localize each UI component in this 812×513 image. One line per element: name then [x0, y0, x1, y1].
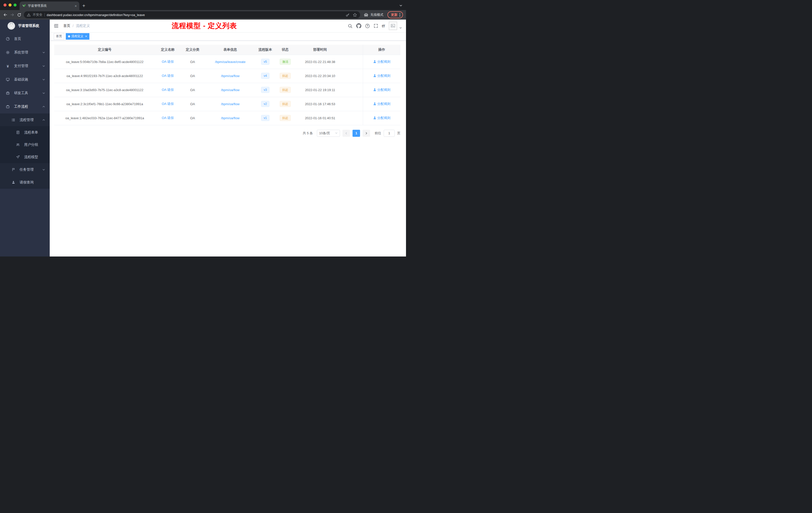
security-label: 不安全 [33, 12, 42, 17]
navbar: 首页 / 流程定义 流程模型 - 定义列表 ? [50, 20, 406, 32]
menu-label: 首页 [14, 37, 21, 41]
new-tab-button[interactable]: + [82, 3, 85, 8]
table-row: oa_leave:1:482ec033-762a-11ec-8477-a2380… [54, 111, 401, 125]
browser-tab[interactable]: 芋道管理系统 × [20, 1, 79, 10]
help-icon[interactable]: ? [365, 24, 370, 28]
page-size-select[interactable]: 10条/页 [317, 130, 340, 137]
pagination: 共 5 条 10条/页 1 前往 [54, 130, 401, 139]
window-zoom-button[interactable] [13, 3, 17, 6]
tag-current[interactable]: 流程定义 × [66, 33, 89, 40]
toolbox-icon [5, 91, 10, 95]
tab-title: 芋道管理系统 [28, 4, 72, 8]
search-icon[interactable] [348, 24, 352, 28]
menu-label: 系统管理 [14, 50, 28, 55]
status-tag: 挂起 [280, 115, 291, 121]
assign-rule-label: 分配规则 [377, 102, 390, 106]
avatar-caret-icon[interactable] [399, 27, 402, 29]
logo-avatar [7, 22, 15, 30]
breadcrumb-current: 流程定义 [76, 24, 90, 28]
incognito-icon [364, 13, 369, 17]
status-cell: 挂起 [275, 97, 295, 111]
divider [45, 13, 45, 17]
window-close-button[interactable] [3, 3, 6, 6]
font-size-icon[interactable]: tT [382, 24, 385, 28]
goto-page-input[interactable] [384, 130, 395, 137]
version-tag: v2 [261, 101, 269, 107]
form-info-link[interactable]: /bpm/oa/leave/create [215, 60, 245, 64]
tab-search-icon[interactable] [399, 4, 403, 7]
hamburger-icon[interactable] [54, 23, 59, 28]
bookmark-star-icon[interactable] [353, 13, 357, 17]
form-info-link[interactable]: /bpm/oa/flow [221, 102, 239, 106]
assign-rule-label: 分配规则 [377, 73, 390, 78]
sidebar-item-process-form[interactable]: 流程表单 [0, 126, 50, 139]
page-unit-label: 页 [397, 131, 401, 135]
person-icon [11, 180, 16, 184]
definition-name-link[interactable]: OA 请假 [162, 60, 174, 63]
sidebar-item-process-mgmt[interactable]: 流程管理 [0, 114, 50, 126]
paper-plane-icon [16, 155, 20, 159]
sidebar-item-task-mgmt[interactable]: 任务管理 [0, 163, 50, 176]
definition-name-link[interactable]: OA 请假 [162, 74, 174, 78]
incognito-label: 无痕模式 [370, 12, 383, 17]
monitor-icon [5, 78, 10, 82]
process-mgmt-submenu: 流程表单 用户分组 流程模型 [0, 126, 50, 163]
assign-user-icon [373, 74, 376, 77]
definition-name-link[interactable]: OA 请假 [162, 88, 174, 92]
github-icon[interactable] [356, 23, 361, 28]
address-bar[interactable]: 不安全 dashboard.yudao.iocoder.cn/bpm/manag… [24, 11, 360, 18]
update-chrome-button[interactable]: 更新 [387, 11, 403, 18]
back-button[interactable] [3, 12, 7, 17]
status-tag: 挂起 [280, 73, 291, 79]
workflow-icon [5, 105, 10, 109]
chevron-down-icon [42, 78, 45, 81]
reload-button[interactable] [17, 13, 21, 17]
window-minimize-button[interactable] [8, 3, 11, 6]
definition-name-link[interactable]: OA 请假 [162, 102, 174, 105]
sidebar-item-user-group[interactable]: 用户分组 [0, 139, 50, 151]
assign-rule-link[interactable]: 分配规则 [373, 88, 390, 92]
assign-rule-link[interactable]: 分配规则 [373, 73, 390, 78]
sidebar-item-system[interactable]: 系统管理 [0, 46, 50, 59]
tag-label: 首页 [56, 34, 62, 38]
fullscreen-icon[interactable] [374, 24, 378, 28]
tag-home[interactable]: 首页 [54, 33, 64, 40]
form-info-link[interactable]: /bpm/oa/flow [221, 116, 239, 120]
page-number-1[interactable]: 1 [352, 130, 360, 137]
form-info-link[interactable]: /bpm/oa/flow [221, 74, 239, 78]
prev-page-button[interactable] [343, 130, 350, 137]
definition-name-link[interactable]: OA 请假 [162, 116, 174, 120]
form-info-link[interactable]: /bpm/oa/flow [221, 88, 239, 92]
forward-button[interactable] [10, 12, 14, 17]
menu-dots-icon[interactable] [400, 13, 400, 17]
assign-rule-link[interactable]: 分配规则 [373, 116, 390, 120]
assign-rule-link[interactable]: 分配规则 [373, 102, 390, 106]
definition-table: 定义编号定义名称定义分类表单信息流程版本状态部署时间操作 oa_leave:5:… [54, 45, 401, 125]
column-header: 定义编号 [54, 45, 155, 55]
sidebar-item-infra[interactable]: 基础设施 [0, 73, 50, 86]
password-key-icon[interactable] [346, 13, 350, 17]
definition-id: oa_leave:4:991f2193-7b7f-11ec-a3c8-acde4… [54, 69, 155, 83]
form-info-cell: /bpm/oa/flow [205, 111, 256, 125]
assign-rule-label: 分配规则 [377, 59, 390, 64]
tag-close-icon[interactable]: × [85, 35, 87, 38]
tab-close-icon[interactable]: × [75, 4, 77, 8]
not-secure-warning-icon [27, 13, 31, 17]
app-logo[interactable]: 芋道管理系统 [0, 20, 50, 32]
user-avatar[interactable] [389, 22, 397, 30]
breadcrumb-home[interactable]: 首页 [63, 24, 70, 28]
assign-rule-link[interactable]: 分配规则 [373, 59, 390, 64]
sidebar-item-home[interactable]: 首页 [0, 32, 50, 46]
menu-label: 流程管理 [20, 118, 34, 122]
sidebar-item-process-model[interactable]: 流程模型 [0, 151, 50, 163]
table-row: oa_leave:2:3c1f0ef1-76b1-11ec-9c66-a2380… [54, 97, 401, 111]
sidebar-item-payment[interactable]: ¥ 支付管理 [0, 59, 50, 73]
sidebar-item-workflow[interactable]: 工作流程 [0, 100, 50, 114]
column-header: 状态 [275, 45, 295, 55]
version-tag: v3 [261, 87, 269, 93]
sidebar-item-leave-query[interactable]: 请假查询 [0, 176, 50, 189]
sidebar-item-devtools[interactable]: 研发工具 [0, 86, 50, 100]
action-cell: 分配规则 [363, 111, 401, 125]
menu-label: 流程表单 [24, 130, 38, 135]
next-page-button[interactable] [362, 130, 370, 137]
